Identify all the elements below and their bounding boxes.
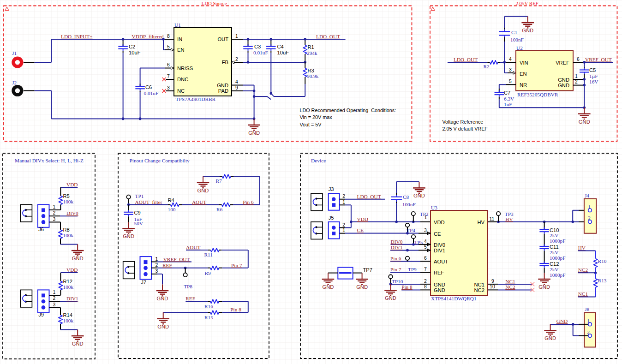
svg-text:GND: GND xyxy=(197,188,209,193)
svg-text:C12: C12 xyxy=(550,261,559,267)
svg-text:100k: 100k xyxy=(63,284,74,290)
svg-text:Pin 6: Pin 6 xyxy=(390,256,401,261)
svg-text:R9: R9 xyxy=(205,270,211,276)
svg-text:1: 1 xyxy=(342,228,345,233)
svg-text:1: 1 xyxy=(53,204,56,209)
svg-text:C4: C4 xyxy=(277,44,284,49)
svg-text:GND: GND xyxy=(323,284,334,290)
svg-text:GND: GND xyxy=(356,284,368,290)
svg-text:GND: GND xyxy=(123,233,134,239)
svg-text:Pin 7: Pin 7 xyxy=(390,267,401,272)
svg-text:REF35205QDBVR: REF35205QDBVR xyxy=(517,92,558,97)
svg-text:C6: C6 xyxy=(145,84,152,90)
svg-text:4: 4 xyxy=(424,239,427,244)
svg-text:294k: 294k xyxy=(307,50,317,56)
svg-text:1: 1 xyxy=(155,257,158,262)
svg-text:R5: R5 xyxy=(63,193,70,199)
svg-text:100: 100 xyxy=(168,207,176,212)
svg-text:REF: REF xyxy=(162,263,172,268)
svg-text:LDO Recommended Operating Con: LDO Recommended Operating Conditions: xyxy=(299,107,396,113)
svg-text:DIV1: DIV1 xyxy=(434,248,445,253)
svg-text:1: 1 xyxy=(575,74,578,79)
svg-text:J6: J6 xyxy=(38,227,44,232)
svg-text:U1: U1 xyxy=(174,22,181,28)
svg-text:2: 2 xyxy=(53,296,56,301)
svg-text:GND: GND xyxy=(579,119,590,125)
svg-text:Pin 6: Pin 6 xyxy=(243,199,254,205)
svg-text:6: 6 xyxy=(167,62,170,67)
svg-text:GND: GND xyxy=(558,83,569,88)
svg-text:4: 4 xyxy=(509,57,512,62)
svg-text:GND: GND xyxy=(544,335,556,341)
svg-text:PAD: PAD xyxy=(218,88,228,94)
svg-text:TP7: TP7 xyxy=(363,267,373,273)
svg-text:2: 2 xyxy=(588,215,591,221)
svg-text:50V: 50V xyxy=(134,221,144,226)
svg-text:C3: C3 xyxy=(254,44,261,49)
svg-text:9: 9 xyxy=(491,279,494,284)
svg-text:DNC: DNC xyxy=(177,77,188,82)
svg-text:6: 6 xyxy=(577,57,580,62)
svg-text:1: 1 xyxy=(342,200,345,205)
svg-text:FB: FB xyxy=(222,60,228,65)
svg-text:Vout = 5V: Vout = 5V xyxy=(299,122,322,127)
svg-text:1µF: 1µF xyxy=(589,73,598,79)
svg-text:TP9: TP9 xyxy=(408,267,417,272)
svg-text:0.01uF: 0.01uF xyxy=(253,50,268,55)
svg-text:Pin 7: Pin 7 xyxy=(231,263,242,268)
svg-text:CE: CE xyxy=(357,227,364,233)
svg-text:9: 9 xyxy=(235,85,238,90)
svg-text:R16: R16 xyxy=(204,304,213,309)
svg-text:NC1: NC1 xyxy=(474,282,484,287)
svg-text:C7: C7 xyxy=(504,90,510,95)
svg-text:1000pF: 1000pF xyxy=(550,272,566,278)
svg-text:TPS7A4901DRBR: TPS7A4901DRBR xyxy=(176,96,216,102)
svg-text:J9: J9 xyxy=(38,312,44,317)
svg-text:TP4: TP4 xyxy=(407,227,415,233)
svg-text:1000pF: 1000pF xyxy=(550,238,566,244)
svg-text:IN: IN xyxy=(177,36,182,42)
svg-text:J2: J2 xyxy=(12,80,17,85)
svg-text:2: 2 xyxy=(53,210,56,215)
svg-text:C8: C8 xyxy=(403,194,409,200)
svg-text:0.01uF: 0.01uF xyxy=(144,90,159,96)
svg-text:GND: GND xyxy=(556,318,568,324)
svg-text:VDD: VDD xyxy=(66,182,78,187)
svg-text:VREF OUT: VREF OUT xyxy=(585,57,612,62)
svg-text:R11: R11 xyxy=(204,252,213,257)
svg-text:HV: HV xyxy=(578,245,586,251)
svg-text:TP8: TP8 xyxy=(184,284,192,289)
svg-text:1: 1 xyxy=(53,290,56,295)
svg-text:8: 8 xyxy=(424,284,427,289)
svg-text:C10: C10 xyxy=(550,227,559,233)
svg-text:3: 3 xyxy=(509,67,512,72)
svg-text:Pinout Change Compatibilty: Pinout Change Compatibilty xyxy=(129,158,190,163)
svg-text:3: 3 xyxy=(53,302,56,307)
svg-text:GND: GND xyxy=(72,341,84,346)
svg-text:NC2: NC2 xyxy=(474,287,484,293)
svg-text:GND: GND xyxy=(385,295,396,301)
svg-text:REF: REF xyxy=(434,270,444,275)
svg-text:LDO OUT: LDO OUT xyxy=(316,34,340,39)
svg-text:R7: R7 xyxy=(216,178,222,184)
svg-text:Device: Device xyxy=(311,158,326,163)
svg-text:GND: GND xyxy=(248,130,260,136)
svg-text:HV: HV xyxy=(477,220,484,225)
svg-text:AOUT: AOUT xyxy=(192,199,206,205)
svg-text:DIV1: DIV1 xyxy=(391,245,403,250)
svg-text:R12: R12 xyxy=(63,279,73,284)
svg-text:C9: C9 xyxy=(134,210,141,215)
svg-text:10uF: 10uF xyxy=(277,50,289,55)
svg-text:J1: J1 xyxy=(12,50,17,56)
svg-text:R13: R13 xyxy=(598,278,607,283)
svg-text:VIN: VIN xyxy=(520,60,528,66)
svg-text:4: 4 xyxy=(235,79,238,84)
svg-text:100k: 100k xyxy=(63,318,74,323)
svg-text:100k: 100k xyxy=(63,233,74,238)
svg-text:10: 10 xyxy=(490,284,495,289)
svg-text:C2: C2 xyxy=(129,44,135,49)
svg-text:2.05V REF: 2.05V REF xyxy=(516,0,538,6)
svg-text:1: 1 xyxy=(588,204,591,209)
svg-text:1000pF: 1000pF xyxy=(550,255,566,261)
svg-text:2kV: 2kV xyxy=(550,250,559,255)
